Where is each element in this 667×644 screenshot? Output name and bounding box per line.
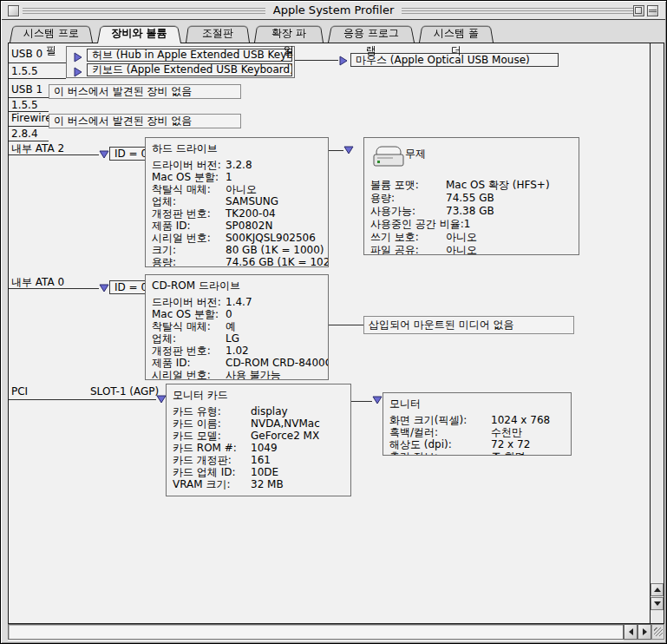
spec-value: SP0802N: [226, 220, 272, 232]
spec-value: 1.02: [226, 345, 249, 357]
spec-value: 74.56 GB (1K = 1024): [226, 256, 329, 267]
bus-name-firewire: Firewire: [11, 112, 52, 124]
spec-value: 161: [251, 454, 271, 466]
title-bar[interactable]: Apple System Profiler: [2, 2, 665, 20]
tab-control-panels[interactable]: 조절판: [186, 24, 250, 43]
spec-row: 드라이버 버전:3.2.8: [146, 159, 328, 171]
spec-row: 용량:74.56 GB (1K = 1024): [146, 256, 328, 267]
spec-row: 카드 ROM #:1049: [167, 442, 350, 454]
tab-system-folders[interactable]: 시스템 폴더: [419, 24, 494, 43]
tab-label: 시스템 폴더: [419, 24, 494, 59]
spec-label: 흑백/컬러:: [389, 426, 491, 438]
tab-extensions[interactable]: 확장 파일: [254, 24, 324, 43]
volume-name: 무제: [405, 147, 426, 161]
collapse-button[interactable]: [647, 5, 658, 16]
spec-row: VRAM 크기:32 MB: [167, 478, 350, 490]
bus-version-usb1: 1.5.5: [11, 99, 38, 111]
spec-row: 흑백/컬러:수천만: [383, 426, 571, 438]
device-item-keyboard[interactable]: 키보드 (Apple Extended USB Keyboard): [87, 63, 292, 76]
spec-row: 화면 크기(픽셀):1024 x 768: [383, 414, 571, 426]
ata2-id-badge: ID = 0: [109, 147, 149, 161]
spec-row: 착탈식 매체:예: [146, 320, 328, 332]
spec-row: Mac OS 분할:1: [146, 171, 328, 183]
spec-row: Mac OS 분할:0: [146, 308, 328, 320]
spec-value: 1: [464, 218, 471, 231]
tab-label: 확장 파일: [254, 24, 324, 59]
window-resize-handle[interactable]: [651, 624, 664, 640]
spec-value: 72 x 72: [491, 438, 530, 450]
spec-label: 카드 유형:: [173, 405, 251, 417]
bus-name-pci: PCI: [11, 385, 28, 398]
monitor-info-box: 모니터 화면 크기(픽셀):1024 x 768흑백/컬러:수천만해상도 (dp…: [383, 392, 572, 456]
disclosure-triangle-icon[interactable]: [99, 150, 109, 159]
spec-value: 10DE: [251, 466, 278, 478]
spec-label: 개정판 번호:: [152, 207, 226, 220]
disclosure-triangle-icon[interactable]: [74, 67, 82, 77]
separator-line: [9, 78, 66, 79]
spec-value: display: [251, 405, 288, 417]
box-title: 모니터 카드: [167, 384, 350, 404]
disclosure-triangle-icon[interactable]: [343, 146, 354, 154]
spec-label: 드라이버 버전:: [152, 159, 226, 171]
spec-value: CD-ROM CRD-8400C: [226, 357, 329, 369]
tab-label: 시스템 프로필: [10, 24, 93, 59]
device-tree-panel: USB 0 1.5.5 허브 (Hub in Apple Extended US…: [8, 43, 651, 624]
vertical-scrollbar[interactable]: [650, 43, 664, 624]
tab-devices-and-volumes[interactable]: 장비와 볼륨: [97, 24, 181, 43]
spec-value: Mac OS 확장 (HFS+): [446, 179, 550, 192]
scroll-down-button[interactable]: [651, 597, 664, 610]
spec-value: 아니오: [446, 244, 477, 255]
spec-label: 카드 모델:: [173, 430, 251, 442]
tab-applications[interactable]: 응용 프로그램: [328, 24, 415, 43]
spec-row: 카드 이름:NVDA,NVMac: [167, 417, 350, 430]
disclosure-triangle-icon[interactable]: [372, 396, 383, 404]
spec-label: 추가 정보:: [389, 450, 491, 456]
spec-row: 업체:LG: [146, 332, 328, 345]
spec-row: 개정판 번호:TK200-04: [146, 207, 328, 220]
spec-value: 사용 불가능: [226, 369, 281, 380]
spec-row: 업체:SAMSUNG: [146, 195, 328, 207]
status-row: [8, 624, 664, 641]
scroll-up-button[interactable]: [651, 583, 664, 596]
close-button[interactable]: [8, 5, 19, 16]
bus-version-firewire: 2.8.4: [11, 128, 38, 140]
arrow-down-icon: [654, 601, 661, 606]
status-bar: [8, 624, 624, 640]
spec-label: VRAM 크기:: [173, 478, 251, 490]
arrow-right-icon: [643, 628, 647, 635]
spec-value: S00KJQSL902506: [226, 232, 316, 244]
disclosure-triangle-icon[interactable]: [99, 284, 109, 292]
spec-label: 제품 ID:: [152, 357, 226, 369]
spec-value: 주 화면: [491, 450, 526, 456]
spec-label: 업체:: [152, 195, 226, 207]
spec-value: 74.55 GB: [446, 192, 494, 205]
connector-line: [9, 126, 49, 127]
spec-value: 예: [226, 320, 236, 332]
box-title: 하드 드라이브: [146, 138, 328, 158]
spec-row: 카드 개정판:161: [167, 454, 350, 466]
spec-value: 수천만: [491, 426, 522, 438]
spec-label: 화면 크기(픽셀):: [389, 414, 491, 426]
connector-line: [351, 401, 372, 402]
spec-value: 아니오: [446, 231, 477, 244]
spec-label: 카드 ROM #:: [173, 442, 251, 454]
scroll-left-button[interactable]: [624, 624, 638, 640]
spec-label: 시리얼 번호:: [152, 232, 226, 244]
connector-line: [329, 325, 363, 325]
spec-value: NVDA,NVMac: [251, 417, 320, 430]
spec-row: 제품 ID:SP0802N: [146, 220, 328, 232]
spec-label: 파일 공유:: [370, 244, 446, 255]
spec-row: 용량:74.55 GB: [364, 192, 579, 205]
tab-system-profile[interactable]: 시스템 프로필: [10, 24, 93, 43]
scroll-right-button[interactable]: [638, 624, 651, 640]
spec-label: 제품 ID:: [152, 220, 226, 232]
spec-label: 카드 이름:: [173, 417, 251, 430]
spec-row: 시리얼 번호:S00KJQSL902506: [146, 232, 328, 244]
spec-value: 3.2.8: [226, 159, 252, 171]
titlebar-stripes: [23, 6, 636, 15]
zoom-button[interactable]: [633, 5, 644, 16]
spec-row: 제품 ID:CD-ROM CRD-8400C: [146, 357, 328, 369]
spec-row: 착탈식 매체:아니오: [146, 183, 328, 195]
spec-label: 카드 개정판:: [173, 454, 251, 466]
spec-label: 사용가능:: [370, 205, 446, 218]
